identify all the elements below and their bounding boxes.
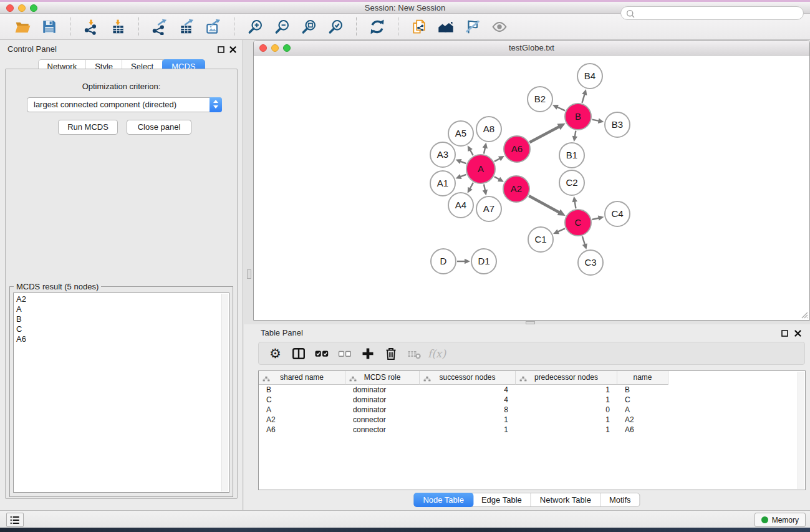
result-list-item[interactable]: A: [16, 304, 220, 314]
table-cell[interactable]: 4: [420, 395, 516, 405]
search-icon: [626, 9, 635, 19]
table-cell[interactable]: 8: [420, 405, 516, 415]
edge-A-A6: [494, 158, 500, 162]
column-header-MCDS-role[interactable]: MCDS role: [345, 371, 420, 385]
deselect-all-icon[interactable]: [333, 344, 356, 363]
select-all-icon[interactable]: [310, 344, 333, 363]
table-cell[interactable]: 1: [420, 425, 516, 435]
node-label-C1: C1: [534, 234, 546, 244]
import-network-icon[interactable]: [82, 18, 100, 36]
table-cell[interactable]: B: [617, 385, 668, 395]
vertical-splitter-handle[interactable]: [247, 269, 251, 279]
table-cell[interactable]: dominator: [345, 405, 420, 415]
run-mcds-button[interactable]: Run MCDS: [58, 120, 118, 135]
node-label-A6: A6: [511, 143, 523, 154]
table-row[interactable]: Bdominator41B: [259, 385, 799, 395]
graphics-details-icon[interactable]: [464, 18, 481, 36]
table-cell[interactable]: C: [259, 395, 345, 405]
table-panel-title: Table Panel: [261, 328, 303, 337]
duplicate-network-icon[interactable]: [410, 18, 428, 36]
column-header-shared-name[interactable]: shared name: [259, 371, 345, 385]
tab-node-table[interactable]: Node Table: [413, 493, 473, 507]
result-list-item[interactable]: A6: [16, 334, 220, 344]
save-session-icon[interactable]: [41, 18, 58, 36]
result-list-item[interactable]: B: [16, 314, 220, 324]
table-settings-icon[interactable]: ⚙: [264, 344, 287, 363]
table-cell[interactable]: dominator: [345, 385, 420, 395]
table-cell[interactable]: A6: [259, 425, 345, 435]
node-label-C2: C2: [566, 177, 577, 188]
column-header-predecessor-nodes[interactable]: predecessor nodes: [516, 371, 617, 385]
column-header-successor-nodes[interactable]: successor nodes: [420, 371, 516, 385]
table-cell[interactable]: B: [259, 385, 345, 395]
network-graph: B4B2BB3B1A5A8A6A3AA1C2A2A4A7CC4C1C3DD1: [254, 56, 809, 320]
zoom-selected-icon[interactable]: [327, 18, 344, 36]
table-cell[interactable]: 1: [516, 425, 617, 435]
close-table-panel-icon[interactable]: [794, 329, 802, 337]
zoom-out-icon[interactable]: [273, 18, 291, 36]
column-header-name[interactable]: name: [617, 371, 668, 385]
table-cell[interactable]: connector: [345, 415, 420, 425]
add-column-icon[interactable]: [356, 344, 379, 363]
open-session-icon[interactable]: [14, 18, 31, 36]
export-table-icon[interactable]: [178, 18, 195, 36]
search-input[interactable]: [637, 7, 798, 19]
refresh-icon[interactable]: [369, 18, 386, 36]
application-window: Session: New Session Control Panel Netwo…: [0, 0, 810, 532]
optimization-criterion-label: Optimization criterion:: [6, 82, 237, 91]
function-builder-icon: f(x): [425, 344, 448, 363]
float-panel-icon[interactable]: [217, 46, 225, 54]
node-label-B3: B3: [612, 119, 623, 130]
tab-network-table[interactable]: Network Table: [531, 493, 600, 506]
table-cell[interactable]: 1: [516, 415, 617, 425]
tab-motifs[interactable]: Motifs: [600, 493, 640, 506]
table-cell[interactable]: A: [259, 405, 345, 415]
eye-icon[interactable]: [491, 18, 508, 36]
result-list-item[interactable]: C: [16, 324, 220, 334]
column-visibility-icon[interactable]: [287, 344, 310, 363]
edge-A-A2: [494, 177, 499, 180]
table-cell[interactable]: 1: [420, 415, 516, 425]
list-menu-icon: [9, 514, 21, 526]
table-cell[interactable]: connector: [345, 425, 420, 435]
table-scrollbar[interactable]: [798, 372, 804, 489]
table-cell[interactable]: A: [617, 405, 668, 415]
task-history-button[interactable]: [6, 513, 24, 527]
table-cell[interactable]: A6: [617, 425, 668, 435]
table-cell[interactable]: 0: [516, 405, 617, 415]
home-icon[interactable]: [437, 18, 455, 36]
window-resize-grip[interactable]: [799, 310, 808, 319]
network-canvas[interactable]: B4B2BB3B1A5A8A6A3AA1C2A2A4A7CC4C1C3DD1: [254, 56, 809, 320]
result-list-scrollbar[interactable]: [221, 294, 228, 491]
float-table-panel-icon[interactable]: [781, 329, 789, 337]
import-table-icon[interactable]: [109, 18, 127, 36]
edge-C-C4: [592, 218, 599, 220]
table-row[interactable]: Adominator80A: [259, 405, 799, 415]
mcds-result-list[interactable]: A2ABCA6: [13, 293, 229, 493]
close-panel-button[interactable]: Close panel: [127, 120, 191, 135]
table-cell[interactable]: C: [617, 395, 668, 405]
tab-edge-table[interactable]: Edge Table: [473, 493, 531, 506]
table-cell[interactable]: A2: [617, 415, 668, 425]
result-list-item[interactable]: A2: [16, 294, 220, 304]
table-row[interactable]: A6connector11A6: [259, 425, 799, 435]
memory-button[interactable]: Memory: [755, 513, 806, 527]
table-cell[interactable]: dominator: [345, 395, 420, 405]
table-cell[interactable]: 4: [420, 385, 516, 395]
table-cell[interactable]: 1: [516, 385, 617, 395]
export-image-icon[interactable]: [205, 18, 222, 36]
status-bar: Memory: [0, 510, 810, 528]
search-field[interactable]: [620, 6, 804, 20]
table-row[interactable]: A2connector11A2: [259, 415, 799, 425]
criterion-dropdown[interactable]: largest connected component (directed): [27, 97, 222, 112]
delete-table-icon: [402, 344, 425, 363]
table-cell[interactable]: 1: [516, 395, 617, 405]
table-cell[interactable]: A2: [259, 415, 345, 425]
close-panel-icon[interactable]: [229, 46, 237, 54]
zoom-in-icon[interactable]: [246, 18, 264, 36]
toolbar-separator: [138, 17, 139, 36]
table-row[interactable]: Cdominator41C: [259, 395, 799, 405]
export-network-icon[interactable]: [151, 18, 168, 36]
zoom-fit-icon[interactable]: [300, 18, 317, 36]
delete-column-icon[interactable]: [379, 344, 402, 363]
